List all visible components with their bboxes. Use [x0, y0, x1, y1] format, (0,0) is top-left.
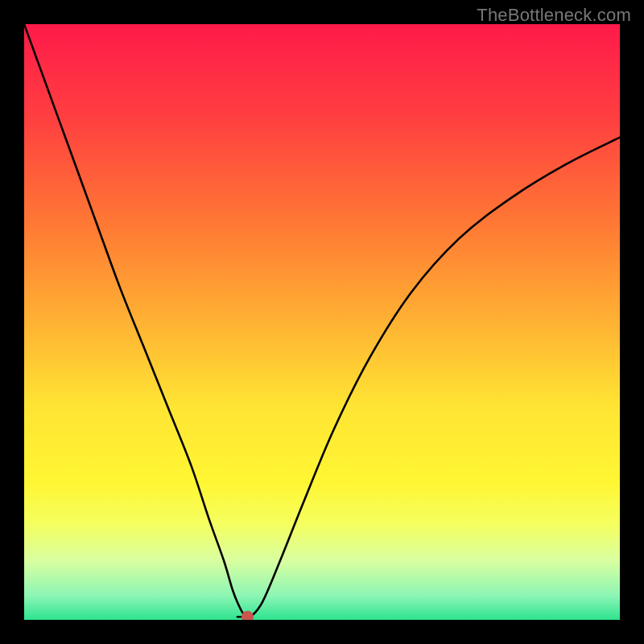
chart-frame: TheBottleneck.com — [0, 0, 644, 644]
bottleneck-curve — [24, 24, 620, 618]
plot-area — [24, 24, 620, 620]
watermark-text: TheBottleneck.com — [477, 5, 631, 26]
curve-svg — [24, 24, 620, 620]
